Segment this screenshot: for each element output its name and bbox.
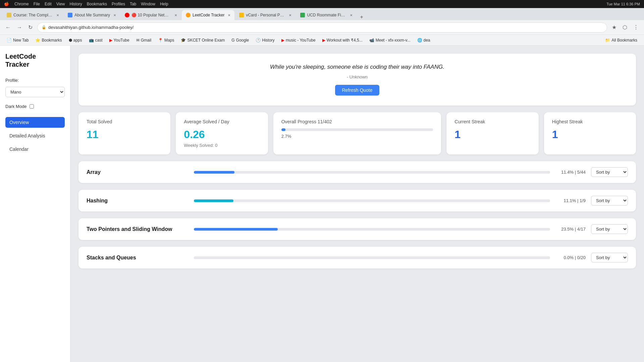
bookmark-apps[interactable]: ⬢apps bbox=[66, 37, 85, 44]
quote-card: While you're sleeping, someone else is c… bbox=[78, 54, 636, 106]
overall-progress-bar-container bbox=[281, 128, 433, 131]
category-hashing-stats: 11.1% | 1/9 bbox=[555, 198, 586, 203]
category-array-stats: 11.4% | 5/44 bbox=[555, 170, 586, 175]
nav-calendar[interactable]: Calendar bbox=[5, 144, 65, 155]
bookmark-gmail[interactable]: ✉Gmail bbox=[133, 37, 154, 44]
all-bookmarks[interactable]: 📁All Bookmarks bbox=[602, 37, 640, 44]
category-two-pointers-name: Two Pointers and Sliding Window bbox=[87, 226, 194, 232]
category-two-pointers-sort[interactable]: Sort by Difficulty Status Title bbox=[591, 224, 628, 234]
nav-detailed-analysis[interactable]: Detailed Analysis bbox=[5, 130, 65, 141]
category-hashing-fill bbox=[194, 199, 233, 202]
category-two-pointers-progress: 23.5% | 4/17 Sort by Difficulty Status T… bbox=[194, 224, 628, 234]
category-stacks: Stacks and Queues 0.0% | 0/20 Sort by Di… bbox=[78, 247, 636, 268]
stat-overall-progress: Overall Progress 11/402 2.7% bbox=[273, 112, 441, 155]
tab-close-icon[interactable]: ✕ bbox=[228, 13, 230, 17]
category-two-pointers-stats: 23.5% | 4/17 bbox=[555, 227, 586, 232]
tab-close-icon[interactable]: ✕ bbox=[174, 13, 177, 17]
category-hashing: Hashing 11.1% | 1/9 Sort by Difficulty S… bbox=[78, 190, 636, 212]
new-tab-button[interactable]: + bbox=[357, 14, 366, 20]
bookmark-cast[interactable]: 📺cast bbox=[86, 37, 105, 44]
tab-networking[interactable]: 🔴 10 Popular Networking In... ✕ bbox=[121, 10, 181, 20]
tab-vcard[interactable]: vCard - Personal Portfolio ✕ bbox=[235, 10, 296, 20]
overall-progress-pct: 2.7% bbox=[281, 134, 433, 139]
url-text: devasahithiyan.github.io/nammadha-pooley… bbox=[48, 25, 133, 30]
stat-avg-solved: Average Solved / Day 0.26 Weekly Solved:… bbox=[176, 112, 268, 155]
current-streak-label: Current Streak bbox=[454, 119, 530, 124]
profile-label: Profile: bbox=[5, 78, 65, 83]
stat-total-solved: Total Solved 11 bbox=[78, 112, 170, 155]
category-array-progress: 11.4% | 5/44 Sort by Difficulty Status T… bbox=[194, 167, 628, 177]
bookmark-youtube[interactable]: ▶YouTube bbox=[107, 37, 132, 44]
dark-mode-checkbox[interactable] bbox=[30, 104, 34, 109]
weekly-solved: Weekly Solved: 0 bbox=[184, 143, 260, 148]
bookmarks-bar: 📄New Tab ⭐Bookmarks ⬢apps 📺cast ▶YouTube… bbox=[0, 35, 644, 46]
category-hashing-bar bbox=[194, 199, 550, 202]
category-stacks-stats: 0.0% | 0/20 bbox=[555, 255, 586, 260]
category-array-sort[interactable]: Sort by Difficulty Status Title bbox=[591, 167, 628, 177]
category-stacks-sort[interactable]: Sort by Difficulty Status Title bbox=[591, 253, 628, 262]
category-two-pointers: Two Pointers and Sliding Window 23.5% | … bbox=[78, 218, 636, 240]
menu-icon[interactable]: ⋮ bbox=[632, 23, 640, 32]
app-title: LeetCodeTracker bbox=[5, 52, 65, 68]
category-array-name: Array bbox=[87, 169, 194, 175]
bookmark-history[interactable]: 🕐History bbox=[253, 37, 277, 44]
app-container: LeetCodeTracker Profile: Mano Dark Mode … bbox=[0, 46, 644, 362]
bookmark-bookmarks[interactable]: ⭐Bookmarks bbox=[33, 37, 64, 44]
bookmark-maps[interactable]: 📍Maps bbox=[155, 37, 177, 44]
dark-mode-row: Dark Mode bbox=[5, 104, 65, 109]
bookmark-google[interactable]: GGoogle bbox=[229, 37, 252, 44]
stat-highest-streak: Highest Streak 1 bbox=[544, 112, 636, 155]
avg-solved-label: Average Solved / Day bbox=[184, 119, 260, 124]
avg-solved-value: 0.26 bbox=[184, 128, 260, 141]
tab-about[interactable]: About Me Summary ✕ bbox=[64, 10, 120, 20]
bookmark-music[interactable]: ▶music - YouTube bbox=[279, 37, 318, 44]
bookmark-skcet[interactable]: 🎓SKCET Online Exam bbox=[178, 37, 227, 44]
bookmark-star-icon[interactable]: ★ bbox=[610, 23, 618, 32]
tab-sql[interactable]: Course: The Complete SQL R... ✕ bbox=[3, 10, 63, 20]
category-stacks-progress: 0.0% | 0/20 Sort by Difficulty Status Ti… bbox=[194, 253, 628, 262]
overall-progress-label: Overall Progress 11/402 bbox=[281, 119, 433, 124]
category-hashing-sort[interactable]: Sort by Difficulty Status Title bbox=[591, 196, 628, 205]
total-solved-label: Total Solved bbox=[87, 119, 162, 124]
overall-progress-bar-fill bbox=[281, 128, 285, 131]
tab-close-icon[interactable]: ✕ bbox=[56, 13, 59, 17]
apple-logo: 🍎 bbox=[4, 2, 9, 6]
category-two-pointers-fill bbox=[194, 228, 278, 231]
bookmark-dea[interactable]: 🌐dea bbox=[415, 37, 433, 44]
refresh-button[interactable]: ↻ bbox=[27, 23, 34, 32]
category-stacks-bar bbox=[194, 256, 550, 259]
bookmark-new-tab[interactable]: 📄New Tab bbox=[4, 37, 31, 44]
tab-close-icon[interactable]: ✕ bbox=[289, 13, 291, 17]
forward-button[interactable]: → bbox=[15, 23, 23, 32]
category-stacks-name: Stacks and Queues bbox=[87, 255, 194, 261]
dark-mode-label: Dark Mode bbox=[5, 104, 27, 109]
extensions-icon[interactable]: ⬡ bbox=[621, 23, 629, 32]
address-bar-input[interactable]: 🔒 devasahithiyan.github.io/nammadha-pool… bbox=[37, 22, 607, 33]
category-hashing-progress: 11.1% | 1/9 Sort by Difficulty Status Ti… bbox=[194, 196, 628, 205]
quote-author: - Unknown bbox=[92, 74, 623, 79]
bookmark-workout[interactable]: ▶Workout with ₹4,5... bbox=[320, 37, 365, 44]
stats-row: Total Solved 11 Average Solved / Day 0.2… bbox=[78, 112, 636, 155]
category-two-pointers-bar bbox=[194, 228, 550, 231]
mac-menu: Chrome File Edit View History Bookmarks … bbox=[14, 2, 168, 6]
refresh-quote-button[interactable]: Refresh Quote bbox=[335, 85, 379, 96]
category-array: Array 11.4% | 5/44 Sort by Difficulty St… bbox=[78, 161, 636, 183]
tab-close-icon[interactable]: ✕ bbox=[113, 13, 116, 17]
quote-text: While you're sleeping, someone else is c… bbox=[92, 64, 623, 70]
profile-select[interactable]: Mano bbox=[5, 87, 65, 97]
highest-streak-label: Highest Streak bbox=[552, 119, 628, 124]
nav-overview[interactable]: Overview bbox=[5, 117, 65, 128]
bookmark-meet[interactable]: 📹Meet - xfx-xxxm-v... bbox=[367, 37, 413, 44]
category-array-fill bbox=[194, 171, 234, 174]
stat-current-streak: Current Streak 1 bbox=[446, 112, 538, 155]
category-hashing-name: Hashing bbox=[87, 198, 194, 204]
category-array-bar bbox=[194, 171, 550, 174]
tab-close-icon[interactable]: ✕ bbox=[350, 13, 353, 17]
mac-os-bar: 🍎 Chrome File Edit View History Bookmark… bbox=[0, 0, 644, 8]
sidebar: LeetCodeTracker Profile: Mano Dark Mode … bbox=[0, 46, 70, 362]
tab-leetcode[interactable]: LeetCode Tracker ✕ bbox=[182, 10, 234, 20]
lock-icon: 🔒 bbox=[42, 25, 46, 29]
tab-roommate[interactable]: UCD Roommate Finder ✕ bbox=[296, 10, 357, 20]
back-button[interactable]: ← bbox=[4, 23, 12, 32]
chrome-address-bar: ← → ↻ 🔒 devasahithiyan.github.io/nammadh… bbox=[0, 20, 644, 35]
